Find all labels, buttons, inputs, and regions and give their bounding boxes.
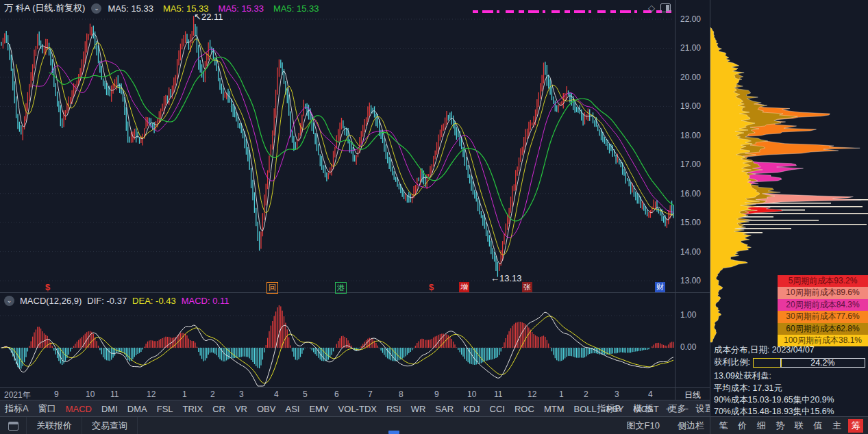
toolbar-item-ASI[interactable]: ASI bbox=[280, 404, 304, 414]
price-tick: 15.00 bbox=[680, 218, 701, 227]
diamond-icon[interactable]: ◇ bbox=[648, 3, 655, 13]
event-marker-blue-fill[interactable]: 财 bbox=[655, 282, 665, 292]
taskbar-hint bbox=[388, 431, 399, 434]
price-tick: 16.00 bbox=[680, 189, 701, 199]
toolbar-item-TRIX[interactable]: TRIX bbox=[178, 404, 208, 414]
period-cost-chip: 60周期前成本62.8% bbox=[778, 323, 868, 335]
time-axis-label: 1 bbox=[559, 390, 564, 399]
side-tab-主[interactable]: 主 bbox=[829, 419, 844, 433]
macd-header: ⌄ MACD(12,26,9) DIF: -0.37 DEA: -0.43 MA… bbox=[4, 296, 230, 306]
price-tick: 20.00 bbox=[680, 73, 701, 82]
time-axis-label: 4 bbox=[274, 390, 279, 399]
time-axis-label: 3 bbox=[615, 390, 619, 399]
event-marker-orange-box[interactable]: 回 bbox=[266, 282, 278, 294]
side-tab-值[interactable]: 值 bbox=[810, 419, 826, 433]
event-marker-darkred-fill[interactable]: 张 bbox=[522, 282, 532, 292]
period-cost-chip: 30周期前成本77.6% bbox=[778, 311, 868, 322]
window-icon[interactable] bbox=[8, 422, 18, 431]
status-bar: 关联报价交易查询 图文F10 侧边栏 bbox=[0, 416, 710, 434]
collapse-chart-icon[interactable]: ⌄ bbox=[91, 3, 101, 14]
time-axis-label: 1 bbox=[182, 390, 187, 399]
toolbar-item-指标A[interactable]: 指标A bbox=[0, 403, 34, 415]
macd-tick: 0.00 bbox=[680, 342, 696, 352]
toolbar-item-ROC[interactable]: ROC bbox=[510, 404, 539, 414]
time-axis-label: 10 bbox=[467, 390, 476, 399]
event-marker-green-box[interactable]: 港 bbox=[335, 282, 347, 294]
price-tick: 21.00 bbox=[680, 43, 701, 53]
time-axis-label: 2 bbox=[584, 390, 588, 399]
toolbar-item-CR[interactable]: CR bbox=[208, 404, 230, 414]
macd-pane[interactable]: ⌄ MACD(12,26,9) DIF: -0.37 DEA: -0.43 MA… bbox=[0, 292, 675, 388]
zoom-plus-button[interactable]: + bbox=[660, 404, 678, 414]
profit-ratio-gauge: 24.2% bbox=[753, 358, 865, 368]
f10-button[interactable]: 图文F10 bbox=[627, 420, 660, 432]
toolbar-item-MTM[interactable]: MTM bbox=[539, 404, 569, 414]
toolbar-item-指标B[interactable]: 指标B bbox=[591, 403, 628, 415]
time-axis-label: 11 bbox=[494, 390, 502, 399]
toolbar-item-RSI[interactable]: RSI bbox=[382, 404, 406, 414]
ma-label: MA5: 15.33 bbox=[108, 3, 153, 14]
ma-label: MA5: 15.33 bbox=[163, 3, 209, 14]
time-axis-label: 6 bbox=[334, 390, 339, 399]
period-cost-chip: 5周期前成本93.2% bbox=[778, 275, 868, 287]
dea-value: DEA: -0.43 bbox=[132, 296, 176, 306]
time-axis-label: 9 bbox=[54, 390, 59, 399]
indicator-toolbar: 指标A窗口MACDDMIDMAFSLTRIXCRVROBVASIEMVVOL-T… bbox=[0, 400, 710, 417]
zoom-minus-button[interactable]: − bbox=[677, 404, 695, 414]
side-tab-筹[interactable]: 筹 bbox=[848, 419, 863, 433]
period-cost-chip: 20周期前成本84.3% bbox=[778, 299, 868, 311]
stock-title: 万 科A (日线.前复权) bbox=[4, 2, 85, 14]
toolbar-item-窗口[interactable]: 窗口 bbox=[34, 403, 61, 415]
toolbar-item-FSL[interactable]: FSL bbox=[152, 404, 178, 414]
toolbar-item-CCI[interactable]: CCI bbox=[485, 404, 510, 414]
profit-ratio-line: 获利比例: 24.2% bbox=[714, 357, 867, 368]
price-tick: 14.00 bbox=[680, 247, 701, 257]
toolbar-item-VR[interactable]: VR bbox=[230, 404, 252, 414]
side-tab-细[interactable]: 细 bbox=[754, 419, 769, 433]
cost70-line: 70%成本15.48-18.93集中15.6% bbox=[714, 406, 834, 418]
time-axis-label: 7 bbox=[368, 390, 373, 399]
time-axis-label: 5 bbox=[303, 390, 308, 399]
toolbar-item-SAR[interactable]: SAR bbox=[430, 404, 458, 414]
toolbar-item-EMV[interactable]: EMV bbox=[304, 404, 333, 414]
time-axis-label: 9 bbox=[434, 390, 439, 399]
time-axis-label: 3 bbox=[239, 390, 244, 399]
side-tab-势[interactable]: 势 bbox=[773, 419, 788, 433]
candlestick-chart[interactable] bbox=[0, 0, 675, 292]
price-tick: 17.00 bbox=[680, 159, 701, 169]
toolbar-right-group: 指标B模 板+− bbox=[591, 400, 695, 417]
price-tick: 19.00 bbox=[680, 101, 701, 111]
chip-distribution-panel: 5周期前成本93.2%10周期前成本89.6%20周期前成本84.3%30周期前… bbox=[710, 0, 868, 434]
toolbar-item-DMA[interactable]: DMA bbox=[123, 404, 152, 414]
time-axis-label: 12 bbox=[528, 390, 536, 399]
profit-ratio-label: 获利比例: bbox=[714, 357, 750, 368]
side-tab-联[interactable]: 联 bbox=[791, 419, 806, 433]
collapse-macd-icon[interactable]: ⌄ bbox=[4, 296, 14, 306]
side-tab-笔[interactable]: 笔 bbox=[716, 419, 731, 433]
toolbar-item-WR[interactable]: WR bbox=[406, 404, 431, 414]
trough-annotation: ←13.13 bbox=[491, 273, 522, 283]
price-axis: 22.0021.0020.0019.0018.0017.0016.0015.00… bbox=[675, 0, 710, 387]
toolbar-item-DMI[interactable]: DMI bbox=[97, 404, 123, 414]
statusbar-item-交易查询[interactable]: 交易查询 bbox=[82, 417, 138, 434]
price-chart-pane[interactable]: 万 科A (日线.前复权) ⌄ MA5: 15.33MA5: 15.33MA5:… bbox=[0, 0, 675, 292]
event-marker-red-fill[interactable]: 增 bbox=[459, 282, 469, 292]
time-axis-label: 8 bbox=[399, 390, 404, 399]
side-tab-价[interactable]: 价 bbox=[735, 419, 750, 433]
statusbar-item-关联报价[interactable]: 关联报价 bbox=[26, 417, 82, 434]
period-cost-legend: 5周期前成本93.2%10周期前成本89.6%20周期前成本84.3%30周期前… bbox=[778, 275, 868, 346]
sidebar-tabs: 笔价细势联值主筹 bbox=[710, 416, 868, 434]
sidebar-button[interactable]: 侧边栏 bbox=[678, 420, 704, 432]
panel-toggle-icon[interactable] bbox=[660, 3, 671, 12]
toolbar-item-MACD[interactable]: MACD bbox=[61, 404, 97, 414]
event-marker-dollar[interactable]: $ bbox=[426, 282, 436, 292]
toolbar-item-OBV[interactable]: OBV bbox=[252, 404, 280, 414]
profit-ratio-fill bbox=[753, 358, 782, 368]
event-marker-dollar[interactable]: $ bbox=[42, 282, 53, 292]
toolbar-item-KDJ[interactable]: KDJ bbox=[458, 404, 485, 414]
cost90-line: 90%成本15.03-19.65集中20.9% bbox=[714, 394, 834, 406]
toolbar-item-模 板[interactable]: 模 板 bbox=[627, 403, 660, 415]
time-axis-label: 4 bbox=[648, 390, 653, 399]
toolbar-item-VOL-TDX[interactable]: VOL-TDX bbox=[334, 404, 382, 414]
macd-chart[interactable] bbox=[0, 293, 675, 387]
